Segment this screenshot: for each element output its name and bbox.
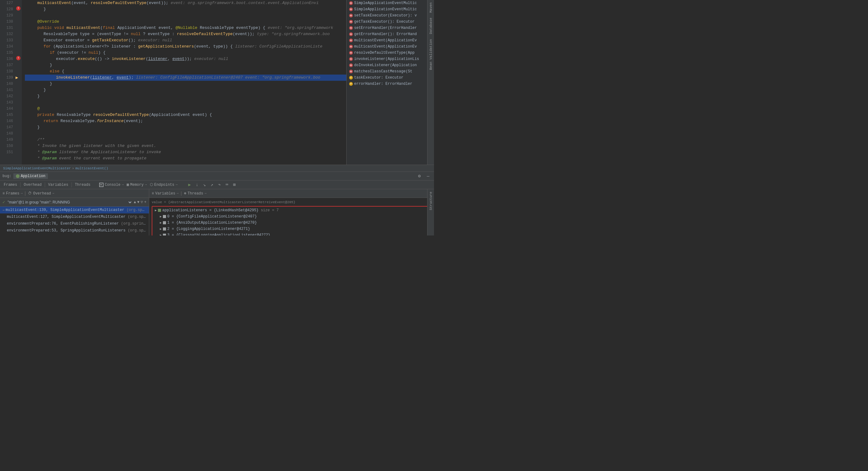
breakpoint-136[interactable]: ! [16, 56, 21, 60]
code-line-150: * @param listener the ApplicationListene… [25, 149, 346, 155]
member-icon-13: f [349, 82, 353, 86]
frames-link[interactable]: Frames [2, 182, 18, 188]
sep [25, 191, 26, 196]
breadcrumb-class[interactable]: SimpleApplicationEventMulticaster [3, 167, 71, 170]
variables-label[interactable]: Variables [155, 191, 175, 196]
application-tab[interactable]: Application [13, 173, 48, 179]
member-item-9[interactable]: m invokeListener(ApplicationLis [347, 56, 427, 62]
member-item-7[interactable]: m multicastEvent(ApplicationEv [347, 43, 427, 50]
code-lines: multicastEvent(event, resolveDefaultEven… [22, 0, 346, 165]
highlight-box: ▶ applicationListeners = {LinkedHashSet@… [152, 206, 432, 236]
member-icon-6: m [349, 38, 353, 42]
breadcrumb-method[interactable]: multicastEvent() [75, 167, 108, 170]
threads-link[interactable]: Threads [74, 182, 92, 188]
endpoints-label[interactable]: Endpoints [154, 183, 175, 187]
member-item-5[interactable]: m getErrorHandler(): ErrorHand [347, 31, 427, 37]
code-line-139: invokeListener(listener, event); listene… [25, 74, 346, 81]
var-item-3[interactable]: ▶ 3 = {ClasspathLoggingApplicationListen… [152, 232, 431, 236]
member-item-1[interactable]: m SimpleApplicationEventMultic [347, 6, 427, 12]
code-line-140: } [25, 81, 346, 87]
console-panel: ▶ Console → [99, 183, 123, 187]
overhead-link[interactable]: Overhead [22, 182, 43, 188]
member-item-2[interactable]: m setTaskExecutor(Executor): v [347, 12, 427, 19]
breakpoint-131[interactable]: ! [16, 6, 21, 10]
member-item-3[interactable]: m getTaskExecutor(): Executor [347, 19, 427, 25]
member-item-11[interactable]: m matchesClassCastMessage(St [347, 68, 427, 74]
step-over-button[interactable]: ↓ [194, 181, 200, 188]
run-to-cursor-button[interactable]: ↷ [216, 181, 223, 188]
sep3 [71, 182, 72, 187]
code-line-145: return ResolvableType.forInstance(event)… [25, 118, 346, 124]
thread-filter-button[interactable]: ▽ [141, 200, 143, 204]
member-item-12[interactable]: f taskExecutor: Executor [347, 74, 427, 81]
endpoints-icon: ⬡ [150, 182, 153, 187]
maven-tab[interactable]: Maven [428, 0, 434, 15]
member-icon-0: m [349, 1, 353, 5]
evaluate-button[interactable]: ⌨ [223, 181, 230, 188]
overhead-label[interactable]: Overhead [33, 191, 51, 196]
frame-item-0[interactable]: → multicastEvent:139, SimpleApplicationE… [0, 207, 149, 213]
frames-label[interactable]: Frames [6, 191, 19, 196]
code-line-128: } [25, 6, 346, 12]
member-icon-9: m [349, 57, 353, 61]
bean-validation-tab[interactable]: Bean Validation [428, 37, 434, 72]
variables-header-item: ≡ Variables → [152, 191, 179, 196]
var-item-1[interactable]: ▶ 1 = {AnsiOutputApplicationListener@427… [152, 220, 431, 226]
member-item-10[interactable]: m doInvokeListener(Application [347, 62, 427, 68]
thread-up-button[interactable]: ▲ [134, 200, 136, 204]
member-item-4[interactable]: m setErrorHandler(ErrorHandler [347, 25, 427, 31]
threads-header-item: ⊛ Threads → [184, 191, 207, 196]
settings-button[interactable]: ⚙ [416, 173, 423, 179]
member-item-0[interactable]: m SimpleApplicationEventMultic [347, 0, 427, 6]
application-tab-label: Application [21, 174, 45, 178]
database-tab[interactable]: Database [428, 15, 434, 37]
member-item-6[interactable]: m multicastEvent(ApplicationEv [347, 37, 427, 43]
var-item-2[interactable]: ▶ 2 = {LoggingApplicationListener@4271} [152, 226, 431, 232]
code-line-127: multicastEvent(event, resolveDefaultEven… [25, 0, 346, 6]
breadcrumb: SimpleApplicationEventMulticaster › mult… [0, 165, 434, 171]
var-icon-1 [163, 221, 166, 224]
memory-panel: ▦ Memory → [127, 182, 147, 187]
memory-label[interactable]: Memory [130, 183, 144, 187]
breadcrumb-sep: › [72, 167, 74, 170]
code-line-147 [25, 131, 346, 137]
var-app-listeners[interactable]: ▶ applicationListeners = {LinkedHashSet@… [152, 207, 431, 213]
minimize-button[interactable]: — [425, 173, 432, 179]
member-icon-4: m [349, 26, 353, 30]
thread-running-icon: ✓ [2, 199, 5, 205]
member-item-13[interactable]: f errorHandler: ErrorHandler [347, 81, 427, 87]
var-item-0[interactable]: ▶ 0 = {ConfigFileApplicationListener@240… [152, 213, 431, 220]
resume-button[interactable]: ▶ [186, 181, 193, 188]
thread-add-button[interactable]: + [144, 200, 147, 204]
show-execution-button[interactable]: ⊞ [231, 181, 238, 188]
thread-down-button[interactable]: ▼ [137, 200, 139, 204]
console-icon: ▶ [99, 183, 103, 187]
member-icon-12: f [349, 76, 353, 79]
step-out-button[interactable]: ↗ [209, 181, 215, 188]
frame-item-1[interactable]: multicastEvent:127, SimpleApplicationEve… [0, 213, 149, 220]
bottom-panels: ≡ Frames → ⏱ Overhead → ✓ "main"@1 in gr… [0, 189, 434, 236]
code-line-131: public void multicastEvent(final Applica… [25, 25, 346, 31]
debug-toolbar: Frames Overhead Variables Threads ▶ Cons… [0, 180, 434, 189]
step-into-button[interactable]: ↘ [201, 181, 208, 188]
console-label[interactable]: Console [105, 183, 120, 187]
member-item-8[interactable]: m resolveDefaultEventType(App [347, 50, 427, 56]
overhead-header-item: ⏱ Overhead → [28, 191, 54, 196]
code-line-146: } [25, 124, 346, 131]
current-line-indicator: ▶ [16, 74, 18, 81]
code-line-149: * Invoke the given listener with the giv… [25, 143, 346, 149]
var-icon-3 [163, 234, 166, 236]
member-icon-5: m [349, 32, 353, 36]
frames-panel-header: ≡ Frames → ⏱ Overhead → [0, 189, 149, 198]
code-line-137: } [25, 62, 346, 68]
thread-selector[interactable]: "main"@1 in group "main": RUNNING [6, 200, 132, 205]
threads-icon: ⊛ [184, 191, 186, 196]
code-line-136: executor.execute(() -> invokeListener(li… [25, 56, 346, 62]
frame-item-4[interactable]: prepareEnvironment:345, SpringApplicatio… [0, 234, 149, 236]
frame-item-2[interactable]: environmentPrepared:76, EventPublishingR… [0, 220, 149, 227]
threads-label[interactable]: Threads [187, 191, 203, 196]
frame-item-3[interactable]: environmentPrepared:53, SpringApplicatio… [0, 227, 149, 234]
frames-header-item: ≡ Frames → [2, 191, 22, 196]
structure-tab[interactable]: Structure [428, 189, 434, 212]
variables-link[interactable]: Variables [47, 182, 70, 188]
